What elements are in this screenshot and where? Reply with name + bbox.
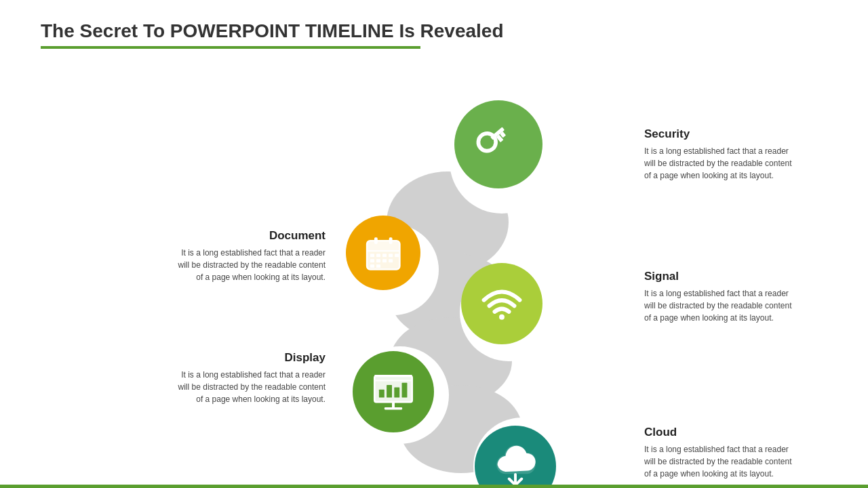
circle-display — [353, 351, 434, 432]
svg-rect-34 — [379, 390, 384, 398]
svg-rect-19 — [376, 253, 380, 257]
document-text: It is a long established fact that a rea… — [176, 247, 326, 283]
wifi-icon — [479, 281, 524, 326]
display-title: Display — [176, 351, 326, 365]
svg-rect-20 — [382, 253, 387, 257]
block-signal: Signal It is a long established fact tha… — [644, 270, 793, 324]
svg-rect-26 — [389, 259, 393, 262]
title-underline — [41, 46, 420, 49]
svg-point-31 — [499, 314, 505, 320]
bottom-bar — [0, 485, 868, 488]
circle-document — [346, 216, 420, 290]
svg-rect-37 — [402, 383, 408, 398]
svg-rect-36 — [394, 387, 399, 397]
svg-rect-18 — [370, 253, 374, 257]
presentation-icon — [371, 369, 416, 414]
signal-title: Signal — [644, 270, 793, 283]
cloud-title: Cloud — [644, 426, 793, 439]
svg-rect-41 — [374, 375, 412, 376]
block-cloud: Cloud It is a long established fact that… — [644, 426, 793, 480]
circle-security — [454, 100, 542, 188]
block-display: Display It is a long established fact th… — [176, 351, 326, 405]
cloud-download-icon — [493, 444, 538, 488]
svg-rect-28 — [376, 264, 380, 268]
svg-rect-30 — [389, 237, 392, 244]
signal-text: It is a long established fact that a rea… — [644, 287, 793, 324]
svg-rect-27 — [370, 264, 374, 268]
key-icon — [474, 120, 523, 169]
svg-rect-21 — [389, 253, 393, 257]
svg-rect-16 — [367, 241, 399, 251]
header: The Secret To POWERPOINT TIMELINE Is Rev… — [41, 20, 827, 54]
svg-rect-29 — [374, 237, 378, 244]
main-content: Document It is a long established fact t… — [41, 60, 827, 480]
security-title: Security — [644, 127, 793, 141]
svg-rect-38 — [392, 402, 395, 408]
circle-cloud — [475, 426, 556, 488]
security-text: It is a long established fact that a rea… — [644, 145, 793, 182]
calendar-icon — [363, 232, 404, 274]
svg-rect-25 — [382, 259, 387, 262]
page-title: The Secret To POWERPOINT TIMELINE Is Rev… — [41, 20, 827, 42]
block-security: Security It is a long established fact t… — [644, 127, 793, 182]
page: The Secret To POWERPOINT TIMELINE Is Rev… — [0, 0, 868, 488]
display-text: It is a long established fact that a rea… — [176, 369, 326, 405]
block-document: Document It is a long established fact t… — [176, 229, 326, 283]
svg-rect-22 — [395, 253, 399, 257]
svg-rect-23 — [370, 259, 374, 262]
svg-rect-24 — [376, 259, 380, 262]
cloud-text: It is a long established fact that a rea… — [644, 443, 793, 480]
circle-signal — [461, 263, 542, 344]
document-title: Document — [176, 229, 326, 243]
svg-rect-39 — [384, 407, 402, 409]
svg-rect-35 — [387, 385, 392, 397]
